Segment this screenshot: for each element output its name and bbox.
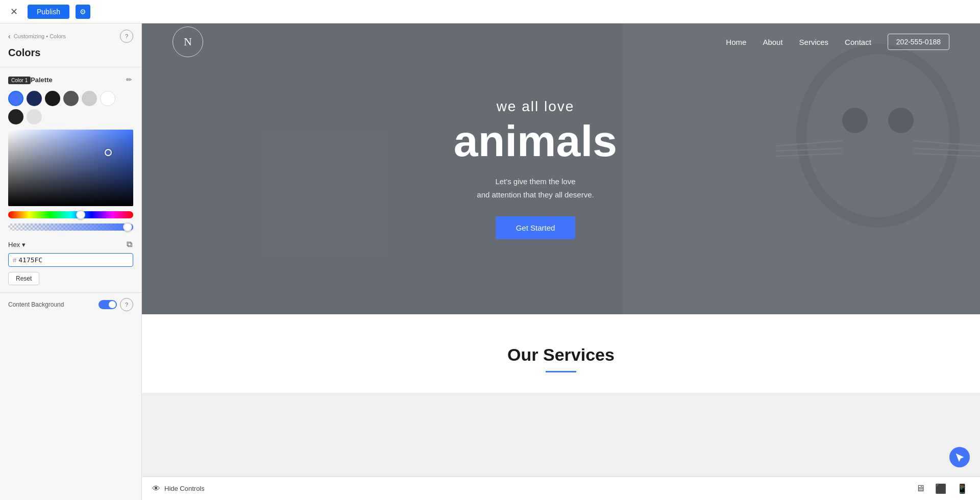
color-picker-area[interactable] [8, 130, 133, 236]
settings-button[interactable]: ⚙ [76, 5, 90, 19]
section-title: Global Palette [8, 76, 53, 84]
nav-link-services[interactable]: Services [799, 38, 829, 46]
hex-input[interactable] [18, 256, 129, 264]
color-gradient[interactable] [8, 130, 133, 206]
hero-subtitle: we all love [454, 98, 617, 115]
hex-row: Hex ▾ ⧉ [8, 239, 133, 250]
hue-slider-container [8, 206, 133, 221]
tablet-view-button[interactable]: ⬛ [933, 481, 948, 496]
back-arrow-icon[interactable]: ‹ [8, 32, 11, 40]
nav-link-about[interactable]: About [763, 38, 782, 46]
edit-palette-button[interactable]: ✏ [125, 74, 133, 85]
panel-footer-item: Content Background ? [0, 292, 141, 316]
hex-input-wrapper: # [8, 253, 133, 267]
logo-letter: N [184, 35, 192, 48]
color-swatches: Color 1 [8, 91, 133, 124]
color-swatch-3[interactable] [45, 91, 60, 106]
footer-help-button[interactable]: ? [120, 298, 133, 311]
publish-button[interactable]: Publish [28, 5, 69, 19]
footer-row: Content Background ? [8, 298, 133, 311]
color-swatch-7[interactable] [8, 109, 23, 124]
nav-links: Home About Services Contact 202-555-0188 [726, 34, 949, 50]
footer-controls: ? [99, 298, 133, 311]
color-swatch-6[interactable] [100, 91, 115, 106]
desktop-view-button[interactable]: 🖥 [914, 481, 927, 496]
hero-cta-button[interactable]: Get Started [496, 216, 576, 239]
top-bar: ✕ Publish ⚙ [0, 0, 980, 23]
hero-section: N Home About Services Contact 202-555-01… [142, 23, 980, 314]
alpha-overlay [8, 223, 133, 231]
hero-description: Let's give them the love and attention t… [454, 175, 617, 201]
bottom-left: 👁 Hide Controls [152, 484, 205, 493]
preview-area: N Home About Services Contact 202-555-01… [142, 23, 980, 500]
services-divider [546, 371, 576, 372]
hex-label: Hex [8, 241, 20, 248]
bottom-right: 🖥 ⬛ 📱 [914, 481, 970, 496]
alpha-slider-container [8, 221, 133, 236]
hero-content: we all love animals Let's give them the … [454, 98, 617, 239]
color-swatch-8[interactable] [27, 109, 42, 124]
services-section: Our Services [142, 314, 980, 393]
eye-icon: 👁 [152, 484, 160, 493]
color-swatch-1[interactable] [8, 91, 23, 106]
hero-desc-line2: and attention that they all deserve. [454, 188, 617, 202]
section-title-row: Global Palette ✏ [8, 74, 133, 85]
nav-link-home[interactable]: Home [726, 38, 746, 46]
site-nav: N Home About Services Contact 202-555-01… [142, 23, 980, 60]
nav-phone[interactable]: 202-555-0188 [888, 34, 949, 50]
main-area: ‹ Customizing • Colors ? Colors Global P… [0, 23, 980, 500]
hero-desc-line1: Let's give them the love [454, 175, 617, 188]
services-title: Our Services [152, 345, 970, 365]
color-swatch-5[interactable] [82, 91, 97, 106]
footer-label: Content Background [8, 301, 64, 308]
panel-header: ‹ Customizing • Colors ? Colors [0, 23, 141, 67]
breadcrumb-text: Customizing • Colors [14, 33, 66, 39]
hero-title: animals [454, 119, 617, 163]
alpha-slider[interactable] [8, 223, 133, 231]
cursor-fab-button[interactable] [949, 447, 970, 467]
color-swatch-2[interactable] [27, 91, 42, 106]
left-panel: ‹ Customizing • Colors ? Colors Global P… [0, 23, 142, 500]
global-palette-section: Global Palette ✏ Color 1 [0, 67, 141, 292]
hex-copy-button[interactable]: ⧉ [126, 239, 133, 250]
footer-toggle[interactable] [99, 300, 117, 309]
hue-handle [76, 210, 85, 219]
site-logo: N [173, 27, 203, 57]
mobile-view-button[interactable]: 📱 [954, 481, 970, 496]
hue-slider[interactable] [8, 211, 133, 218]
hex-hash: # [13, 256, 16, 264]
cursor-icon [954, 452, 965, 462]
reset-button[interactable]: Reset [8, 272, 39, 285]
breadcrumb: ‹ Customizing • Colors ? [8, 30, 133, 43]
color-swatch-4[interactable] [63, 91, 79, 106]
hex-dropdown-icon: ▾ [22, 241, 26, 248]
hex-dropdown-button[interactable]: Hex ▾ [8, 241, 26, 248]
nav-link-contact[interactable]: Contact [845, 38, 871, 46]
preview-frame: N Home About Services Contact 202-555-01… [142, 23, 980, 477]
preview-inner: N Home About Services Contact 202-555-01… [142, 23, 980, 477]
help-button[interactable]: ? [120, 30, 133, 43]
bottom-toolbar: 👁 Hide Controls 🖥 ⬛ 📱 [142, 477, 980, 500]
close-button[interactable]: ✕ [6, 4, 21, 19]
panel-title: Colors [8, 45, 133, 65]
hide-controls-button[interactable]: Hide Controls [164, 485, 205, 492]
gradient-background [8, 130, 133, 206]
